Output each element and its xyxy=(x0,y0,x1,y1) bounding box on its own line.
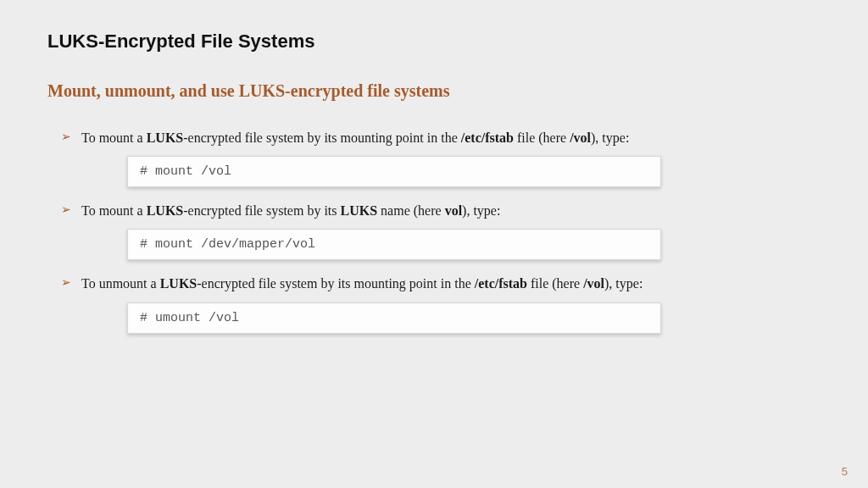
bullet-text: To mount a LUKS-encrypted file system by… xyxy=(81,123,821,152)
code-block: # mount /vol xyxy=(127,156,661,187)
code-block: # mount /dev/mapper/vol xyxy=(127,229,661,260)
page-number: 5 xyxy=(842,465,848,478)
bullet-text: To unmount a LUKS-encrypted file system … xyxy=(81,269,821,298)
bullet-chevron-icon: ➢ xyxy=(61,125,71,151)
section-title: Mount, unmount, and use LUKS-encrypted f… xyxy=(47,81,821,101)
list-item: ➢ To unmount a LUKS-encrypted file syste… xyxy=(61,269,821,333)
list-item: ➢ To mount a LUKS-encrypted file system … xyxy=(61,123,821,187)
bullet-chevron-icon: ➢ xyxy=(61,197,71,224)
list-item: ➢ To mount a LUKS-encrypted file system … xyxy=(61,196,821,260)
bullet-list: ➢ To mount a LUKS-encrypted file system … xyxy=(47,123,821,334)
bullet-text: To mount a LUKS-encrypted file system by… xyxy=(81,196,821,225)
code-block: # umount /vol xyxy=(127,302,661,334)
page-title: LUKS-Encrypted File Systems xyxy=(47,30,821,53)
bullet-chevron-icon: ➢ xyxy=(61,270,71,297)
